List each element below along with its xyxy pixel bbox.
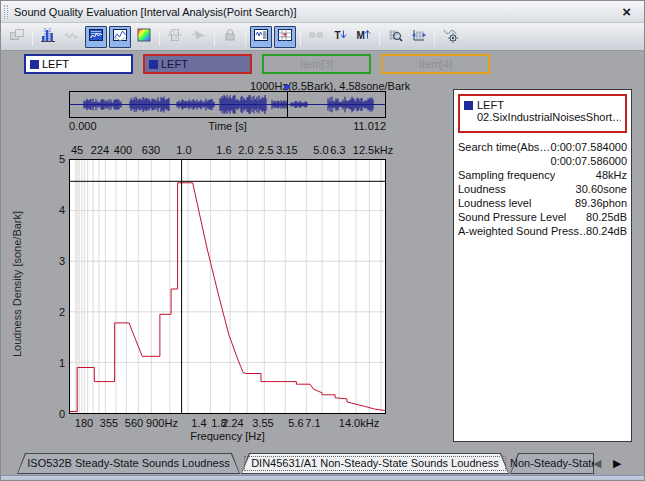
toolbar-button-interval-wave	[188, 26, 210, 48]
toolbar-button-link	[305, 26, 327, 48]
channel-swatch-icon	[30, 60, 39, 69]
link-icon	[308, 27, 324, 47]
toolbar-button-axis-scale[interactable]	[408, 26, 430, 48]
analysis-tab-2[interactable]: DIN45631/A1 Non-Steady-State Sounds Loud…	[241, 453, 509, 474]
toolbar-separator	[245, 28, 246, 46]
spectro-wave-icon	[88, 27, 104, 47]
channel-tab-bar: LEFTLEFTItem[3]Item[4]	[1, 51, 644, 79]
colormap-icon	[136, 27, 152, 47]
bar-graph-icon	[40, 27, 56, 47]
top-tick-label: 2.5	[258, 144, 273, 156]
title-bar[interactable]: Sound Quality Evaluation [Interval Analy…	[1, 1, 644, 23]
toolbar-button-point-search[interactable]	[274, 26, 296, 48]
channel-tab-3[interactable]: Item[3]	[262, 54, 371, 74]
window-title: Sound Quality Evaluation [Interval Analy…	[14, 6, 296, 18]
analysis-tab-bar: Non-Steady-StateDIN45631/A1 Non-Steady-S…	[1, 451, 644, 475]
analysis-tab-3[interactable]: Non-Steady-State	[510, 453, 594, 474]
toolbar-button-bar-graph[interactable]	[37, 26, 59, 48]
y-tick-label: 1	[39, 357, 65, 369]
bottom-tick-label: 900Hz	[146, 417, 178, 429]
toolbar-button-analysis-settings[interactable]	[439, 26, 461, 48]
measurement-row: Sound Pressure Level80.25dB	[454, 210, 631, 224]
channel-tab-2[interactable]: LEFT	[143, 54, 252, 74]
svg-text:M: M	[357, 30, 365, 41]
axis-scale-icon	[411, 27, 427, 47]
analysis-tab-label: Non-Steady-State	[510, 453, 594, 474]
y-tick-label: 2	[39, 306, 65, 318]
measurement-label: A-weighted Sound Press…	[458, 224, 586, 238]
channel-tab-label: Item[3]	[300, 58, 334, 70]
toolbar-button-interval-select	[164, 26, 186, 48]
top-tick-label: 630	[142, 144, 160, 156]
toolbar-button-colormap[interactable]	[133, 26, 155, 48]
measurement-value: 80.25dB	[586, 210, 627, 224]
sort-max-icon: M	[356, 27, 372, 47]
channel-swatch-icon	[149, 60, 158, 69]
toolbar-separator	[214, 28, 215, 46]
toolbar-separator	[300, 28, 301, 46]
toolbar-separator	[434, 28, 435, 46]
toolbar-button-zoom-grid[interactable]	[384, 26, 406, 48]
y-tick-label: 0	[39, 408, 65, 420]
toolbar-button-waveform	[61, 26, 83, 48]
bottom-tick-label: 180	[75, 417, 93, 429]
measurement-label: Sampling frequency	[458, 168, 555, 182]
measurement-label: Loudness level	[458, 196, 531, 210]
loudness-density-plot[interactable]	[69, 159, 386, 414]
overview-cursor-line[interactable]	[287, 91, 288, 118]
sort-time-icon: T	[332, 27, 348, 47]
channel-tab-4[interactable]: Item[4]	[381, 54, 490, 74]
zoom-grid-icon	[387, 27, 403, 47]
bottom-tick-label: 1.4	[191, 417, 206, 429]
measurement-value: 0:00:07.584000	[551, 140, 627, 154]
channel-legend-box[interactable]: LEFT 02.SixIndustrialNoisesShort…	[458, 94, 627, 133]
line-overlay-icon	[112, 27, 128, 47]
analysis-tab-1[interactable]: ISO532B Steady-State Sounds Loudness	[17, 453, 240, 474]
channel-color-swatch-icon	[464, 101, 473, 110]
toolbar-button-sort-max[interactable]: M	[353, 26, 375, 48]
measurement-label: Loudness	[458, 182, 506, 196]
measurement-row: Search time(Abs…0:00:07.584000	[454, 140, 631, 154]
measurement-row: Loudness30.60sone	[454, 182, 631, 196]
toolbar-button-spectro-wave[interactable]	[85, 26, 107, 48]
tab-scroll-left-icon[interactable]: ◀	[593, 456, 601, 470]
bottom-tick-label: 5.6	[288, 417, 303, 429]
measurement-value: 48kHz	[596, 168, 627, 182]
measurement-row: Sampling frequency48kHz	[454, 168, 631, 182]
overview-waveform[interactable]	[69, 91, 386, 118]
toolbar-button-wave-list[interactable]	[250, 26, 272, 48]
measurement-value: 89.36phon	[575, 196, 627, 210]
interval-select-icon	[167, 27, 183, 47]
channel-tab-label: LEFT	[161, 58, 188, 70]
bottom-tick-label: 560	[125, 417, 143, 429]
toolbar-separator	[379, 28, 380, 46]
toolbar-button-line-overlay[interactable]	[109, 26, 131, 48]
wave-list-icon	[253, 27, 269, 47]
channel-tab-label: LEFT	[42, 58, 69, 70]
titlebar-grip-icon	[4, 5, 8, 19]
toolbar-button-sort-time[interactable]: T	[329, 26, 351, 48]
result-info-panel: LEFT 02.SixIndustrialNoisesShort… Search…	[453, 89, 632, 442]
top-tick-label: 1.0	[176, 144, 191, 156]
channel-tab-1[interactable]: LEFT	[24, 54, 133, 74]
analysis-settings-icon	[442, 27, 458, 47]
legend-file-name: 02.SixIndustrialNoisesShort…	[464, 111, 621, 123]
measurement-row: 0:00:07.586000	[454, 154, 631, 168]
point-search-icon	[277, 27, 293, 47]
top-tick-label: 400	[114, 144, 132, 156]
channel-tab-label: Item[4]	[419, 58, 453, 70]
svg-text:T: T	[335, 29, 341, 40]
tab-scroll-right-icon[interactable]: ▶	[613, 456, 621, 470]
top-tick-label: 5.0	[313, 144, 328, 156]
y-tick-label: 5	[39, 153, 65, 165]
interval-wave-icon	[191, 27, 207, 47]
analysis-tab-label: ISO532B Steady-State Sounds Loudness	[17, 453, 240, 474]
measurement-row: Loudness level89.36phon	[454, 196, 631, 210]
close-icon[interactable]: ×	[622, 2, 631, 22]
measurement-row: A-weighted Sound Press…80.24dB	[454, 224, 631, 238]
measurement-label: Search time(Abs…	[458, 140, 550, 154]
window-bottom-edge	[1, 475, 644, 481]
y-tick-label: 3	[39, 255, 65, 267]
copy-window-icon	[9, 27, 25, 47]
lock-icon	[222, 27, 238, 47]
